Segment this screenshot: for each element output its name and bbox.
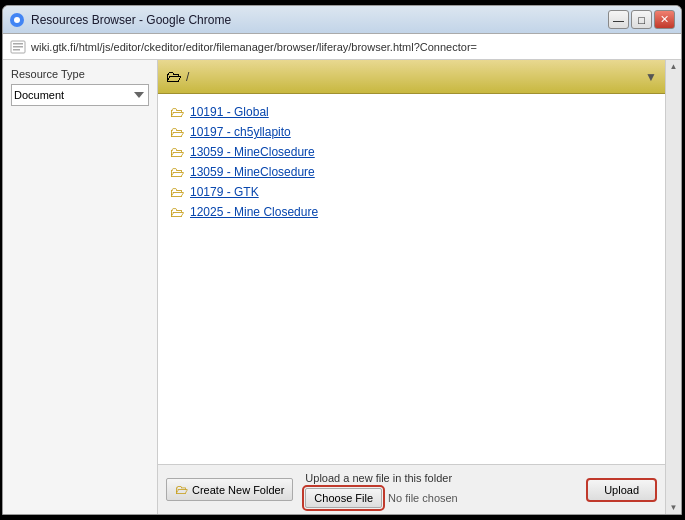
chrome-icon xyxy=(9,12,25,28)
maximize-button[interactable]: □ xyxy=(631,10,652,29)
window-title: Resources Browser - Google Chrome xyxy=(31,13,608,27)
svg-rect-3 xyxy=(13,43,23,45)
upload-button[interactable]: Upload xyxy=(586,478,657,502)
no-file-text: No file chosen xyxy=(388,492,458,504)
close-button[interactable]: ✕ xyxy=(654,10,675,29)
bottom-toolbar: 🗁 Create New Folder Upload a new file in… xyxy=(158,464,665,514)
minimize-button[interactable]: — xyxy=(608,10,629,29)
main-layout: Resource Type Document 🗁 / ▼ 🗁 10191 - G… xyxy=(3,60,681,514)
file-list: 🗁 10191 - Global 🗁 10197 - ch5yllapito 🗁… xyxy=(158,94,665,464)
scroll-down-arrow-icon[interactable]: ▼ xyxy=(668,501,680,514)
create-folder-label: Create New Folder xyxy=(192,484,284,496)
create-folder-icon: 🗁 xyxy=(175,482,188,497)
address-text: wiki.gtk.fi/html/js/editor/ckeditor/edit… xyxy=(31,41,477,53)
file-link[interactable]: 13059 - MineClosedure xyxy=(190,165,315,179)
right-panel: 🗁 / ▼ 🗁 10191 - Global 🗁 10197 - ch5ylla… xyxy=(158,60,665,514)
upload-label: Upload a new file in this folder xyxy=(305,472,586,484)
folder-icon: 🗁 xyxy=(170,104,184,120)
title-bar: Resources Browser - Google Chrome — □ ✕ xyxy=(3,6,681,34)
scroll-up-arrow-icon[interactable]: ▲ xyxy=(668,60,680,73)
folder-icon: 🗁 xyxy=(170,204,184,220)
svg-point-1 xyxy=(14,17,20,23)
folder-header-icon: 🗁 xyxy=(166,68,182,86)
folder-dropdown-arrow-icon[interactable]: ▼ xyxy=(645,70,657,84)
svg-rect-4 xyxy=(13,46,23,48)
upload-section: Upload a new file in this folder Choose … xyxy=(305,472,586,508)
svg-rect-5 xyxy=(13,49,20,51)
list-item[interactable]: 🗁 13059 - MineClosedure xyxy=(170,142,653,162)
page-icon xyxy=(9,38,27,56)
list-item[interactable]: 🗁 13059 - MineClosedure xyxy=(170,162,653,182)
file-link[interactable]: 10179 - GTK xyxy=(190,185,259,199)
browser-window: Resources Browser - Google Chrome — □ ✕ … xyxy=(2,5,682,515)
list-item[interactable]: 🗁 12025 - Mine Closedure xyxy=(170,202,653,222)
file-link[interactable]: 13059 - MineClosedure xyxy=(190,145,315,159)
folder-icon: 🗁 xyxy=(170,164,184,180)
file-link[interactable]: 12025 - Mine Closedure xyxy=(190,205,318,219)
file-link[interactable]: 10191 - Global xyxy=(190,105,269,119)
resource-type-label: Resource Type xyxy=(11,68,149,80)
list-item[interactable]: 🗁 10191 - Global xyxy=(170,102,653,122)
left-panel: Resource Type Document xyxy=(3,60,158,514)
upload-file-row: Choose File No file chosen xyxy=(305,488,586,508)
folder-header: 🗁 / ▼ xyxy=(158,60,665,94)
create-folder-button[interactable]: 🗁 Create New Folder xyxy=(166,478,293,501)
folder-icon: 🗁 xyxy=(170,124,184,140)
folder-icon: 🗁 xyxy=(170,144,184,160)
file-link[interactable]: 10197 - ch5yllapito xyxy=(190,125,291,139)
window-controls: — □ ✕ xyxy=(608,10,675,29)
folder-icon: 🗁 xyxy=(170,184,184,200)
choose-file-button[interactable]: Choose File xyxy=(305,488,382,508)
address-bar: wiki.gtk.fi/html/js/editor/ckeditor/edit… xyxy=(3,34,681,60)
resource-type-select[interactable]: Document xyxy=(11,84,149,106)
right-scrollbar[interactable]: ▲ ▼ xyxy=(665,60,681,514)
folder-path: / xyxy=(186,70,645,84)
list-item[interactable]: 🗁 10197 - ch5yllapito xyxy=(170,122,653,142)
list-item[interactable]: 🗁 10179 - GTK xyxy=(170,182,653,202)
